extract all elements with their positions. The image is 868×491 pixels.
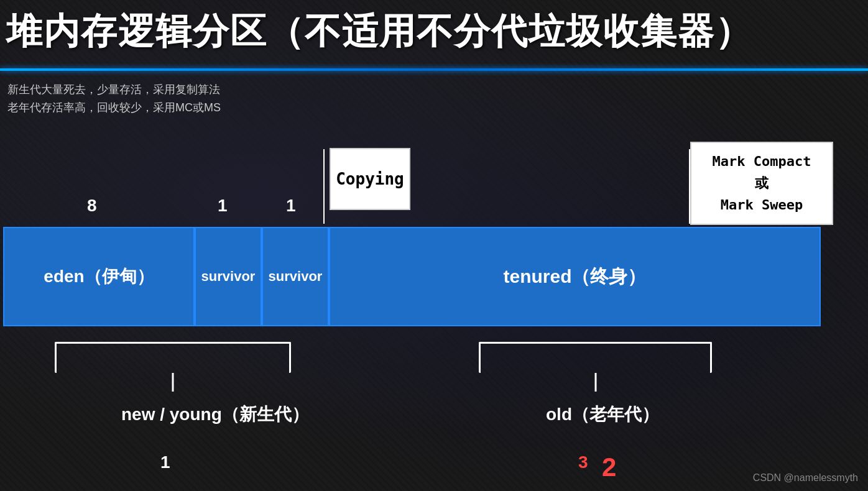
eden-ratio-label: 8 — [87, 196, 97, 216]
tenured-box: tenured（终身） — [329, 227, 821, 326]
copying-line — [323, 149, 325, 224]
survivor1-label: survivor — [201, 268, 256, 285]
survivor1-ratio-label: 1 — [218, 196, 228, 216]
bottom-old-ratio-3: 3 — [578, 452, 588, 472]
bottom-young-ratio: 1 — [160, 452, 170, 472]
survivor2-label: survivor — [269, 268, 323, 285]
mark-line3: Mark Sweep — [713, 194, 811, 216]
young-bracket — [55, 342, 291, 373]
blue-divider — [0, 68, 868, 71]
bottom-old-ratio-2: 2 — [602, 452, 616, 482]
tenured-label: tenured（终身） — [503, 264, 646, 290]
old-bracket — [479, 342, 712, 373]
page-title: 堆内存逻辑分区（不适用不分代垃圾收集器） — [6, 7, 752, 56]
survivor2-ratio-label: 1 — [286, 196, 296, 216]
mark-line1: Mark Compact — [713, 150, 811, 172]
young-label: new / young（新生代） — [121, 403, 309, 426]
eden-box: eden（伊甸） — [3, 227, 195, 326]
subtitle-text: 新生代大量死去，少量存活，采用复制算法 老年代存活率高，回收较少，采用MC或MS — [7, 81, 221, 117]
subtitle-line2: 老年代存活率高，回收较少，采用MC或MS — [7, 99, 221, 117]
eden-label: eden（伊甸） — [44, 265, 154, 288]
copying-label: Copying — [336, 170, 404, 188]
mark-compact-box: Mark Compact 或 Mark Sweep — [690, 142, 833, 225]
copying-box: Copying — [330, 148, 410, 210]
mark-line2: 或 — [713, 172, 811, 194]
memory-container: eden（伊甸） survivor survivor tenured（终身） — [3, 227, 821, 326]
survivor2-box: survivor — [262, 227, 329, 326]
old-label: old（老年代） — [546, 403, 659, 426]
subtitle-line1: 新生代大量死去，少量存活，采用复制算法 — [7, 81, 221, 99]
survivor1-box: survivor — [195, 227, 262, 326]
mark-box-text: Mark Compact 或 Mark Sweep — [713, 150, 811, 216]
csdn-watermark: CSDN @namelessmyth — [753, 472, 858, 484]
